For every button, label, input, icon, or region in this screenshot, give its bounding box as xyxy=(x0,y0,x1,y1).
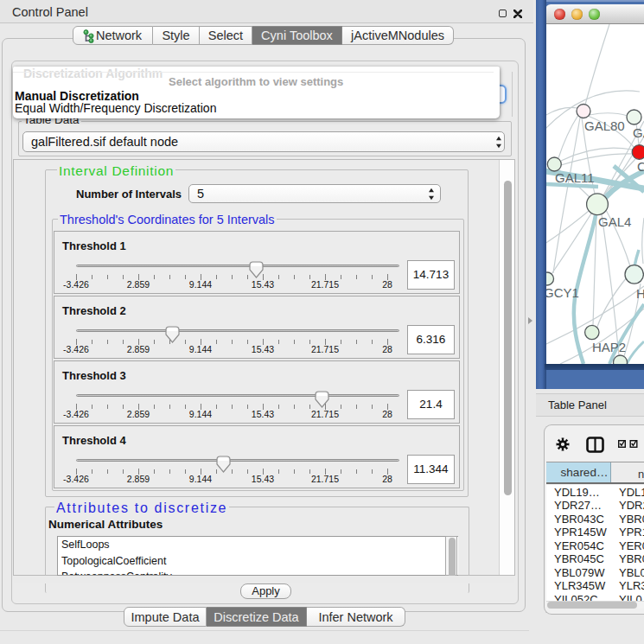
svg-text:GAL80: GAL80 xyxy=(584,118,625,133)
svg-text:GAL11: GAL11 xyxy=(555,170,595,185)
svg-text:C: C xyxy=(637,159,644,174)
svg-text:GA: GA xyxy=(633,125,644,140)
svg-text:GCY1: GCY1 xyxy=(546,285,579,300)
svg-text:HAP2: HAP2 xyxy=(592,340,626,354)
svg-text:H: H xyxy=(636,286,644,301)
svg-text:GAL4: GAL4 xyxy=(598,214,631,229)
